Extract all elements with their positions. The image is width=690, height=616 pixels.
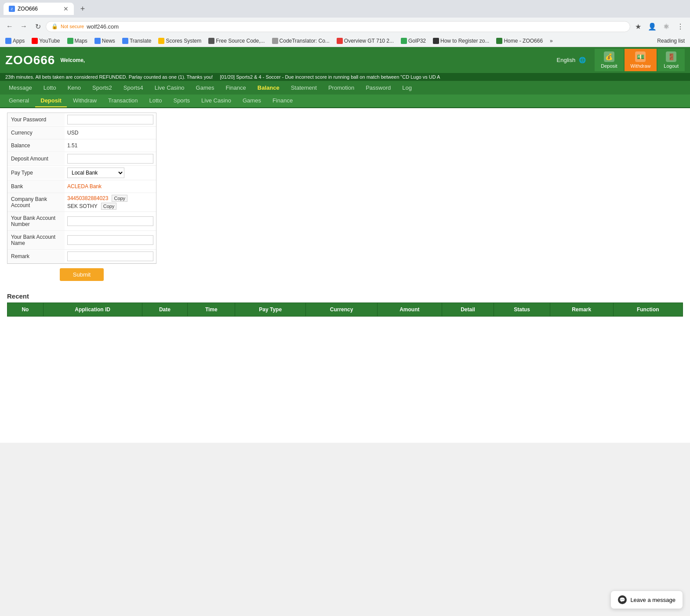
news-ticker: 23th minutes. All bets taken are conside… xyxy=(0,73,690,81)
nav-statement[interactable]: Statement xyxy=(286,81,322,95)
pay-type-select[interactable]: Local Bank Online Transfer Credit Card xyxy=(67,168,124,178)
bookmark-freesource-label: Free Source Code,... xyxy=(216,38,265,44)
subnav-sports[interactable]: Sports xyxy=(168,95,195,107)
bookmark-translate[interactable]: Translate xyxy=(120,37,153,45)
copy-account-name-btn[interactable]: Copy xyxy=(101,203,117,210)
subnav-games[interactable]: Games xyxy=(237,95,266,107)
subnav-deposit[interactable]: Deposit xyxy=(35,95,67,107)
bookmark-maps[interactable]: Maps xyxy=(65,37,89,45)
subnav-lotto[interactable]: Lotto xyxy=(144,95,167,107)
back-btn[interactable]: ← xyxy=(4,20,16,33)
language-selector[interactable]: English 🌐 xyxy=(557,57,586,63)
nav-balance[interactable]: Balance xyxy=(252,81,285,95)
nav-games[interactable]: Games xyxy=(191,81,220,95)
your-bank-account-name-input[interactable] xyxy=(67,235,153,245)
account-number-item: 34450382884023 Copy xyxy=(67,195,153,202)
new-tab-btn[interactable]: + xyxy=(77,4,88,14)
nav-sports4[interactable]: Sports4 xyxy=(118,81,149,95)
withdraw-btn[interactable]: 💵 Withdraw xyxy=(625,49,657,71)
account-name-item: SEK SOTHY Copy xyxy=(67,203,153,210)
nav-sports2[interactable]: Sports2 xyxy=(87,81,117,95)
bookmark-golp32[interactable]: GolP32 xyxy=(399,37,428,45)
logout-btn[interactable]: 🚪 Logout xyxy=(657,49,685,71)
extensions-btn[interactable]: ⚛ xyxy=(660,20,672,33)
bookmark-codetranslator-icon xyxy=(272,38,278,44)
currency-value: USD xyxy=(65,128,156,138)
your-bank-account-name-label: Your Bank Account Name xyxy=(7,231,65,249)
url-display[interactable]: wolf246.com xyxy=(87,23,625,30)
col-detail: Detail xyxy=(442,303,494,317)
bookmark-freesource[interactable]: Free Source Code,... xyxy=(207,37,266,45)
deposit-amount-row: Deposit Amount xyxy=(7,152,156,166)
nav-promotion[interactable]: Promotion xyxy=(323,81,360,95)
address-bar[interactable]: 🔒 Not secure wolf246.com xyxy=(46,21,630,32)
deposit-amount-input[interactable] xyxy=(67,154,153,164)
deposit-btn[interactable]: 💰 Deposit xyxy=(595,49,623,71)
bookmark-howto[interactable]: How to Register zo... xyxy=(431,37,491,45)
nav-keno[interactable]: Keno xyxy=(62,81,86,95)
subnav-finance[interactable]: Finance xyxy=(267,95,298,107)
recent-section: Recent No Application ID Date Time Pay T… xyxy=(7,292,683,317)
bookmark-translate-icon xyxy=(122,38,128,44)
nav-live-casino[interactable]: Live Casino xyxy=(149,81,190,95)
subnav-withdraw[interactable]: Withdraw xyxy=(68,95,102,107)
bookmark-scores-icon xyxy=(158,38,164,44)
account-number: 34450382884023 xyxy=(67,195,108,201)
balance-row: Balance 1.51 xyxy=(7,139,156,152)
bank-link[interactable]: ACLEDA Bank xyxy=(67,183,102,190)
bookmark-news[interactable]: News xyxy=(93,37,117,45)
nav-message[interactable]: Message xyxy=(4,81,37,95)
bookmark-codetranslator[interactable]: CodeTranslator: Co... xyxy=(270,37,331,45)
browser-tab[interactable]: Z ZOO666 ✕ xyxy=(4,3,74,15)
your-bank-account-name-row: Your Bank Account Name xyxy=(7,231,156,250)
bookmark-youtube[interactable]: YouTube xyxy=(30,37,62,45)
remark-value xyxy=(65,250,156,263)
menu-btn[interactable]: ⋮ xyxy=(674,20,686,33)
profile-btn[interactable]: 👤 xyxy=(646,20,658,33)
nav-log[interactable]: Log xyxy=(397,81,417,95)
bookmarks-btn[interactable]: ★ xyxy=(632,20,644,33)
security-icon: 🔒 xyxy=(51,23,58,29)
reading-list-btn[interactable]: Reading list xyxy=(655,37,686,45)
forward-btn[interactable]: → xyxy=(18,20,30,33)
tab-close-btn[interactable]: ✕ xyxy=(63,5,69,12)
remark-input[interactable] xyxy=(67,252,153,261)
deposit-form: Your Password Currency USD Balance 1.51 … xyxy=(7,113,156,264)
copy-account-number-btn[interactable]: Copy xyxy=(112,195,127,202)
your-bank-account-number-input[interactable] xyxy=(67,216,153,226)
password-input[interactable] xyxy=(67,115,153,124)
main-nav: Message Lotto Keno Sports2 Sports4 Live … xyxy=(0,81,690,95)
col-currency: Currency xyxy=(306,303,378,317)
nav-password[interactable]: Password xyxy=(360,81,396,95)
your-bank-account-number-label: Your Bank Account Number xyxy=(7,212,65,230)
subnav-live-casino[interactable]: Live Casino xyxy=(196,95,236,107)
submit-button[interactable]: Submit xyxy=(60,268,104,281)
col-application-id: Application ID xyxy=(43,303,142,317)
bookmark-maps-icon xyxy=(67,38,73,44)
bookmark-youtube-icon xyxy=(32,38,38,44)
nav-lotto[interactable]: Lotto xyxy=(38,81,62,95)
password-row: Your Password xyxy=(7,113,156,127)
logout-label: Logout xyxy=(664,63,679,69)
your-bank-account-number-value xyxy=(65,215,156,228)
nav-finance[interactable]: Finance xyxy=(221,81,251,95)
remark-row: Remark xyxy=(7,250,156,263)
your-bank-account-number-row: Your Bank Account Number xyxy=(7,212,156,231)
bookmark-apps[interactable]: Apps xyxy=(4,37,26,45)
company-bank-row: Company Bank Account 34450382884023 Copy… xyxy=(7,193,156,212)
bookmark-more[interactable]: » xyxy=(548,37,555,45)
recent-table: No Application ID Date Time Pay Type Cur… xyxy=(7,303,683,317)
subnav-general[interactable]: General xyxy=(4,95,34,107)
site-welcome: Welcome, xyxy=(60,57,551,63)
site-wrapper: ZOO666 Welcome, English 🌐 💰 Deposit 💵 Wi… xyxy=(0,47,690,443)
bookmark-news-label: News xyxy=(102,38,115,44)
company-bank-label: Company Bank Account xyxy=(7,193,65,211)
refresh-btn[interactable]: ↻ xyxy=(32,20,44,33)
bookmark-scores[interactable]: Scores System xyxy=(156,37,203,45)
bookmark-news-icon xyxy=(94,38,101,44)
site-logo[interactable]: ZOO666 xyxy=(5,53,55,67)
bookmark-overview[interactable]: Overview GT 710 2... xyxy=(335,37,396,45)
bookmark-howto-icon xyxy=(433,38,439,44)
bookmark-home-zoo666[interactable]: Home - ZOO666 xyxy=(494,37,545,45)
subnav-transaction[interactable]: Transaction xyxy=(103,95,143,107)
